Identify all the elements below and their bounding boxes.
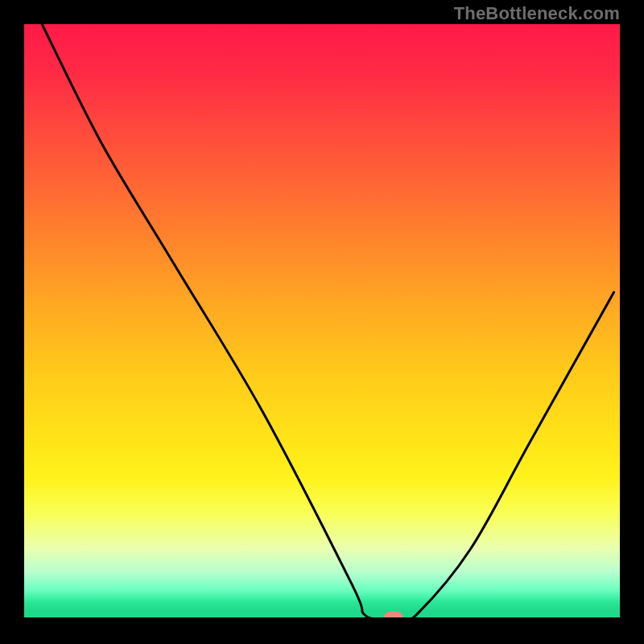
bottleneck-curve-path	[42, 24, 613, 620]
plot-area	[24, 24, 620, 620]
x-axis-line	[24, 617, 620, 620]
curve-layer	[24, 24, 620, 620]
chart-stage: TheBottleneck.com	[0, 0, 644, 644]
attribution-text: TheBottleneck.com	[454, 3, 620, 24]
